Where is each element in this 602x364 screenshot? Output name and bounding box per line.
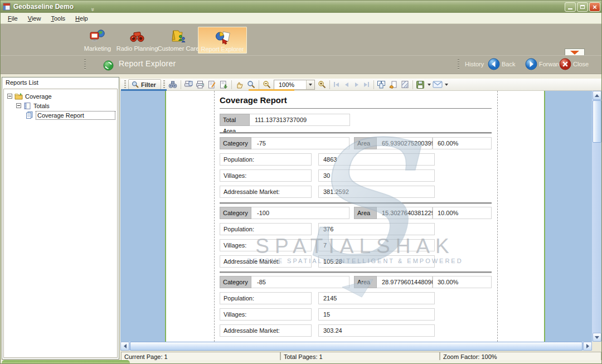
menu-view[interactable]: View <box>23 13 46 24</box>
report-explorer-button[interactable]: Report Explorer <box>198 27 247 54</box>
chevron-down-icon <box>445 84 448 86</box>
menu-file[interactable]: File <box>3 13 23 24</box>
vertical-scroll-thumb[interactable] <box>593 100 601 143</box>
horizontal-scroll-thumb[interactable] <box>130 342 582 351</box>
last-page-button[interactable] <box>362 80 372 90</box>
villages-value: 30 <box>323 170 330 181</box>
collapse-expander-icon[interactable] <box>16 103 21 108</box>
back-button[interactable]: Back <box>502 61 515 67</box>
tree-item-coverage[interactable]: Coverage <box>4 91 117 101</box>
first-page-button[interactable] <box>332 80 342 90</box>
pan-hand-icon <box>235 80 244 89</box>
find-button[interactable] <box>167 80 179 90</box>
menu-help[interactable]: Help <box>70 13 93 24</box>
arrow-left-icon <box>124 344 127 348</box>
watermark-button[interactable] <box>399 80 411 90</box>
report-explorer-label: Report Explorer <box>201 46 244 52</box>
history-button[interactable]: History <box>465 61 484 67</box>
page-setup-icon <box>207 80 216 89</box>
multi-page-icon <box>377 80 386 89</box>
previous-page-button[interactable] <box>342 80 352 90</box>
scroll-left-button[interactable] <box>120 342 129 351</box>
refresh-icon[interactable] <box>103 60 114 73</box>
email-button[interactable] <box>432 80 444 90</box>
report-section: Category -100 Area 15.3027640381229 10.0… <box>166 207 544 269</box>
customer-care-button[interactable]: Customer Care <box>156 27 201 54</box>
collapse-expander-icon[interactable] <box>7 94 12 99</box>
print-preview-button[interactable] <box>183 80 195 90</box>
section-separator <box>220 202 492 204</box>
pan-button[interactable] <box>234 80 245 90</box>
area-value: 28.9779601448096 <box>382 276 435 288</box>
section-separator <box>220 271 492 273</box>
email-icon <box>433 81 443 88</box>
toolbar-grip[interactable] <box>84 59 86 70</box>
scroll-right-button[interactable] <box>583 342 592 351</box>
filter-button[interactable]: Filter <box>128 79 161 90</box>
print-preview-icon <box>184 80 193 89</box>
combo-dropdown-button[interactable] <box>306 80 314 89</box>
category-label: Category <box>220 137 251 149</box>
population-field: 376 <box>318 223 435 235</box>
taskbar-sliver <box>1 360 602 364</box>
area-percent-field: 60.00% <box>433 137 492 149</box>
area-value: 65.9390275200399 <box>382 138 435 149</box>
zoom-in-icon <box>318 80 326 89</box>
radio-planning-icon <box>129 27 145 45</box>
save-dropdown-button[interactable] <box>426 80 432 90</box>
area-field: Area 65.9390275200399 <box>354 137 433 149</box>
print-button[interactable] <box>195 80 206 90</box>
marketing-button[interactable]: Marketing <box>78 27 117 54</box>
zoom-in-button[interactable] <box>316 80 328 90</box>
save-button[interactable] <box>415 80 426 90</box>
application-window: Geobaseline Demo × File View Tools Help <box>0 0 602 364</box>
minimize-button[interactable] <box>565 2 576 12</box>
report-viewport[interactable]: Coverage Report Total Area 111.137313737… <box>120 91 602 342</box>
close-circle-icon[interactable] <box>559 58 571 72</box>
email-dropdown-button[interactable] <box>444 80 449 90</box>
collapse-chevron-icon[interactable]: » <box>90 8 96 11</box>
export-button[interactable] <box>218 80 230 90</box>
tree-item-totals[interactable]: Totals <box>4 101 117 110</box>
watermark-icon <box>401 80 409 89</box>
vertical-scrollbar[interactable] <box>592 91 602 342</box>
restore-button[interactable] <box>577 2 588 12</box>
category-value: -85 <box>257 276 266 288</box>
category-label: Category <box>220 207 251 219</box>
zoom-out-button[interactable] <box>261 80 273 90</box>
population-field: 4863 <box>318 153 435 166</box>
app-icon <box>3 3 11 11</box>
radio-planning-button[interactable]: Radio Planning <box>115 27 159 54</box>
villages-field: 15 <box>318 308 435 321</box>
report-viewer-toolbar: Filter 100% <box>120 79 602 91</box>
zoom-tool-button[interactable] <box>245 80 257 90</box>
close-button[interactable]: × <box>589 2 600 12</box>
horizontal-scrollbar[interactable] <box>120 342 592 351</box>
save-icon <box>416 80 425 89</box>
window-title: Geobaseline Demo <box>13 3 74 11</box>
back-icon[interactable] <box>488 58 500 72</box>
filter-label: Filter <box>141 81 156 88</box>
page-setup-button[interactable] <box>206 80 218 90</box>
previous-page-icon <box>345 82 348 87</box>
villages-label: Villages: <box>220 169 312 182</box>
toolbar-grip[interactable] <box>124 80 126 89</box>
scroll-up-button[interactable] <box>593 91 601 100</box>
scroll-down-button[interactable] <box>593 333 601 342</box>
multi-page-button[interactable] <box>376 80 387 90</box>
page-background-button[interactable] <box>387 80 399 90</box>
zoom-level-combobox[interactable]: 100% <box>274 80 315 90</box>
zoom-level-value: 100% <box>274 81 306 88</box>
next-page-button[interactable] <box>352 80 362 90</box>
restore-icon <box>580 5 585 9</box>
toolbar-grip[interactable] <box>163 80 165 89</box>
menu-tools[interactable]: Tools <box>46 13 70 24</box>
total-area-field: Total Area 111.137313737009 <box>220 114 350 126</box>
nav-toolbar-grip[interactable] <box>458 59 459 70</box>
forward-icon[interactable] <box>525 58 537 72</box>
close-icon: × <box>593 3 597 11</box>
close-explorer-button[interactable]: Close <box>573 61 589 67</box>
tree-item-coverage-report[interactable]: Coverage Report <box>4 110 117 120</box>
addressable-market-label: Addressable Market: <box>220 186 312 198</box>
total-area-label: Total Area <box>220 114 250 126</box>
